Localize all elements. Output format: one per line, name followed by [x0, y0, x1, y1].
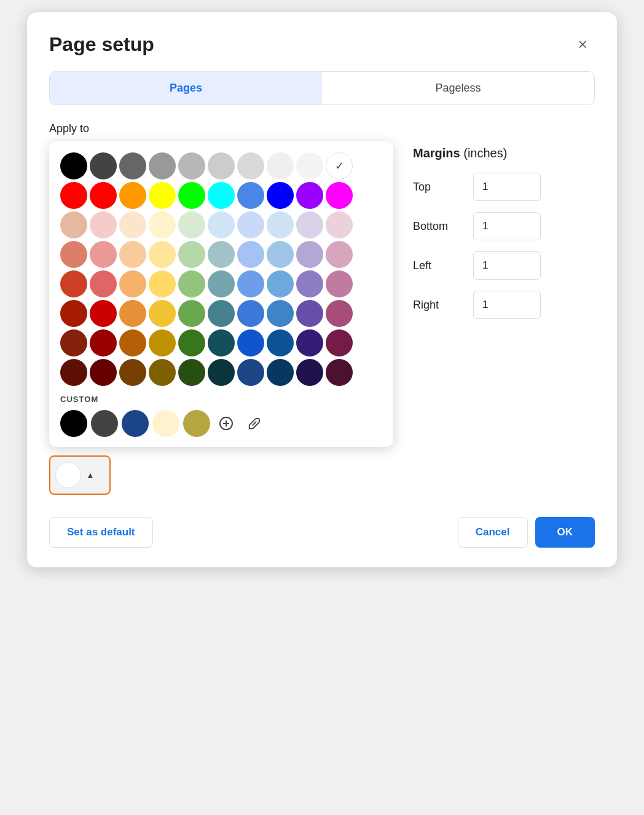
color-swatch[interactable]: [178, 182, 205, 209]
margin-input-bottom[interactable]: [473, 212, 541, 240]
color-swatch[interactable]: [296, 359, 323, 386]
color-swatch[interactable]: [326, 270, 353, 297]
color-swatch[interactable]: [178, 270, 205, 297]
color-swatch[interactable]: [119, 211, 146, 238]
add-custom-color-button[interactable]: [214, 411, 238, 436]
color-swatch[interactable]: [178, 152, 205, 179]
color-swatch[interactable]: [60, 152, 87, 179]
color-swatch[interactable]: [178, 241, 205, 268]
set-as-default-button[interactable]: Set as default: [49, 517, 153, 548]
color-swatch[interactable]: [296, 182, 323, 209]
color-swatch[interactable]: [237, 211, 264, 238]
color-swatch[interactable]: [149, 182, 176, 209]
color-swatch[interactable]: [178, 211, 205, 238]
color-swatch[interactable]: [149, 359, 176, 386]
color-swatch[interactable]: [237, 270, 264, 297]
margin-input-right[interactable]: [473, 291, 541, 319]
color-swatch[interactable]: [90, 300, 117, 327]
color-swatch[interactable]: [267, 359, 294, 386]
color-swatch[interactable]: [90, 241, 117, 268]
close-button[interactable]: ×: [570, 32, 595, 57]
color-swatch[interactable]: [267, 211, 294, 238]
color-swatch[interactable]: [208, 241, 235, 268]
color-swatch[interactable]: [326, 182, 353, 209]
margin-input-top[interactable]: [473, 173, 541, 201]
color-swatch[interactable]: [326, 152, 353, 179]
color-swatch[interactable]: [119, 241, 146, 268]
color-swatch[interactable]: [208, 182, 235, 209]
custom-color-swatch[interactable]: [60, 410, 87, 437]
color-swatch[interactable]: [267, 300, 294, 327]
color-swatch[interactable]: [326, 329, 353, 356]
color-swatch[interactable]: [60, 329, 87, 356]
color-swatch[interactable]: [237, 329, 264, 356]
color-swatch[interactable]: [237, 359, 264, 386]
color-swatch[interactable]: [208, 152, 235, 179]
color-swatch[interactable]: [119, 359, 146, 386]
custom-color-swatch[interactable]: [91, 410, 118, 437]
color-swatch[interactable]: [326, 300, 353, 327]
color-swatch[interactable]: [208, 211, 235, 238]
color-swatch[interactable]: [267, 270, 294, 297]
margin-label-top: Top: [413, 181, 462, 194]
custom-color-swatch[interactable]: [152, 410, 179, 437]
color-swatch[interactable]: [149, 152, 176, 179]
color-swatch[interactable]: [149, 211, 176, 238]
dropdown-arrow-icon: ▲: [86, 470, 95, 480]
color-swatch[interactable]: [90, 359, 117, 386]
color-swatch[interactable]: [119, 182, 146, 209]
color-swatch[interactable]: [178, 329, 205, 356]
tab-pageless[interactable]: Pageless: [322, 72, 594, 104]
color-swatch[interactable]: [149, 270, 176, 297]
color-swatch[interactable]: [149, 241, 176, 268]
color-swatch[interactable]: [237, 182, 264, 209]
color-swatch[interactable]: [60, 300, 87, 327]
color-swatch[interactable]: [149, 300, 176, 327]
color-swatch[interactable]: [90, 182, 117, 209]
eyedropper-button[interactable]: [242, 411, 267, 436]
color-swatch[interactable]: [267, 152, 294, 179]
custom-color-swatch[interactable]: [183, 410, 210, 437]
color-swatch[interactable]: [119, 329, 146, 356]
color-swatch[interactable]: [267, 329, 294, 356]
color-swatch[interactable]: [208, 300, 235, 327]
color-swatch[interactable]: [267, 241, 294, 268]
margin-input-left[interactable]: [473, 251, 541, 280]
color-swatch[interactable]: [208, 359, 235, 386]
color-swatch[interactable]: [237, 241, 264, 268]
cancel-button[interactable]: Cancel: [458, 517, 528, 548]
color-swatch[interactable]: [60, 359, 87, 386]
color-swatch[interactable]: [119, 270, 146, 297]
color-swatch[interactable]: [208, 270, 235, 297]
color-swatch[interactable]: [90, 152, 117, 179]
color-swatch[interactable]: [267, 182, 294, 209]
color-swatch[interactable]: [149, 329, 176, 356]
color-swatch[interactable]: [60, 241, 87, 268]
color-swatch[interactable]: [326, 211, 353, 238]
color-swatch[interactable]: [296, 211, 323, 238]
color-swatch[interactable]: [60, 211, 87, 238]
color-swatch[interactable]: [119, 300, 146, 327]
color-swatch[interactable]: [296, 152, 323, 179]
color-swatch[interactable]: [90, 211, 117, 238]
color-swatch[interactable]: [119, 152, 146, 179]
color-swatch[interactable]: [326, 241, 353, 268]
color-swatch[interactable]: [296, 300, 323, 327]
ok-button[interactable]: OK: [535, 517, 595, 548]
color-swatch[interactable]: [237, 152, 264, 179]
color-swatch[interactable]: [296, 270, 323, 297]
color-swatch[interactable]: [296, 329, 323, 356]
color-swatch[interactable]: [90, 329, 117, 356]
color-swatch[interactable]: [296, 241, 323, 268]
color-swatch[interactable]: [237, 300, 264, 327]
color-swatch[interactable]: [90, 270, 117, 297]
color-swatch[interactable]: [326, 359, 353, 386]
tab-pages[interactable]: Pages: [50, 72, 322, 104]
color-swatch[interactable]: [178, 359, 205, 386]
color-swatch[interactable]: [60, 182, 87, 209]
custom-color-swatch[interactable]: [122, 410, 149, 437]
color-swatch[interactable]: [208, 329, 235, 356]
color-selector-button[interactable]: ▲: [49, 455, 111, 495]
color-swatch[interactable]: [178, 300, 205, 327]
color-swatch[interactable]: [60, 270, 87, 297]
